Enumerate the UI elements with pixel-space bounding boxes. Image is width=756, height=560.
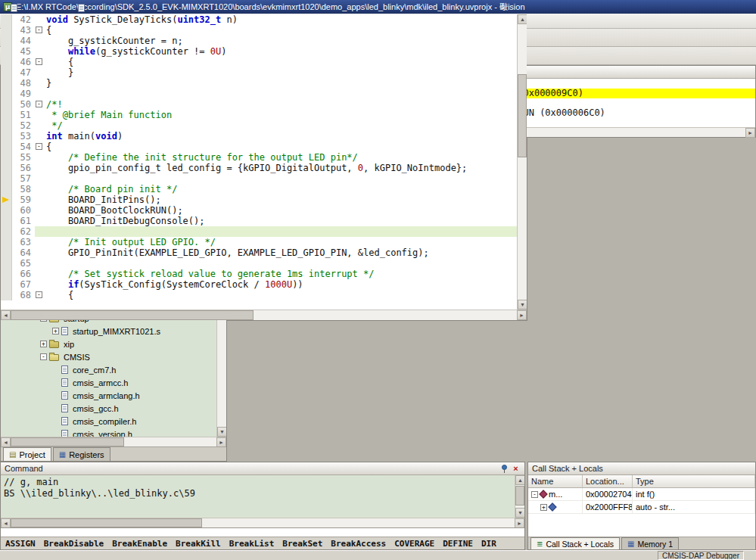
scroll-thumb[interactable] xyxy=(11,518,202,527)
code-line-45[interactable]: 45 while(g_systickCounter != 0U) xyxy=(1,46,517,57)
code-line-43[interactable]: 43-{ xyxy=(1,25,517,36)
editor-vscrollbar[interactable]: ▲ ▼ xyxy=(517,14,527,310)
command-hint-define[interactable]: DEFINE xyxy=(443,539,473,549)
code-text[interactable]: if(SysTick_Config(SystemCoreClock / 1000… xyxy=(44,279,517,290)
editor-hscrollbar[interactable]: ◄ ► xyxy=(1,310,527,320)
breakpoint-margin[interactable] xyxy=(1,237,12,247)
tab-memory-1[interactable]: ▦Memory 1 xyxy=(621,537,679,549)
scroll-thumb[interactable] xyxy=(515,486,524,506)
code-text[interactable]: /* Set systick reload value to generate … xyxy=(44,269,517,279)
expand-icon[interactable]: + xyxy=(52,328,59,334)
code-line-57[interactable]: 57 xyxy=(1,173,517,184)
tree-item-core-cm7-h[interactable]: core_cm7.h xyxy=(1,363,216,376)
code-line-67[interactable]: 67 if(SysTick_Config(SystemCoreClock / 1… xyxy=(1,279,517,290)
breakpoint-margin[interactable] xyxy=(1,110,12,120)
close-panel-button[interactable]: × xyxy=(511,464,521,474)
code-text[interactable]: void SysTick_DelayTicks(uint32_t n) xyxy=(44,14,517,25)
code-editor[interactable]: 42void SysTick_DelayTicks(uint32_t n)43-… xyxy=(1,14,517,320)
fold-collapse-icon[interactable]: - xyxy=(36,291,42,298)
code-line-58[interactable]: 58 /* Board pin init */ xyxy=(1,184,517,194)
code-text[interactable]: } xyxy=(44,67,517,78)
breakpoint-margin[interactable] xyxy=(1,67,12,78)
code-text[interactable]: while(g_systickCounter != 0U) xyxy=(44,46,517,57)
breakpoint-margin[interactable] xyxy=(1,173,12,184)
fold-collapse-icon[interactable]: - xyxy=(36,101,42,107)
breakpoint-margin[interactable] xyxy=(1,89,12,99)
code-line-68[interactable]: 68- { xyxy=(1,290,517,300)
code-line-62[interactable]: 62 xyxy=(1,226,517,237)
breakpoint-margin[interactable] xyxy=(1,57,12,67)
project-tree-hscrollbar[interactable]: ◄ ► xyxy=(1,437,226,446)
breakpoint-margin[interactable] xyxy=(1,142,12,152)
fold-margin[interactable] xyxy=(35,237,44,247)
command-hint-breakdisable[interactable]: BreakDisable xyxy=(44,539,104,549)
tree-item-cmsis-compiler-h[interactable]: cmsis_compiler.h xyxy=(1,415,216,428)
fold-margin[interactable] xyxy=(35,226,44,237)
code-text[interactable]: */ xyxy=(44,120,517,131)
code-line-59[interactable]: 59 BOARD_InitPins(); xyxy=(1,194,517,205)
fold-margin[interactable] xyxy=(35,247,44,258)
breakpoint-margin[interactable] xyxy=(1,184,12,194)
fold-margin[interactable] xyxy=(35,67,44,78)
code-line-42[interactable]: 42void SysTick_DelayTicks(uint32_t n) xyxy=(1,14,517,25)
callstack-row-0[interactable]: -m...0x00002704int f() xyxy=(528,488,755,501)
code-text[interactable]: /* Init output LED GPIO. */ xyxy=(44,237,517,247)
scroll-up-arrow[interactable]: ▲ xyxy=(518,14,527,24)
scroll-down-arrow[interactable]: ▼ xyxy=(518,300,527,310)
breakpoint-margin[interactable] xyxy=(1,258,12,269)
scroll-right-arrow[interactable]: ► xyxy=(517,310,527,320)
tree-item-cmsis-armcc-h[interactable]: cmsis_armcc.h xyxy=(1,376,216,389)
code-text[interactable]: * @brief Main function xyxy=(44,110,517,120)
breakpoint-margin[interactable] xyxy=(1,163,12,173)
code-text[interactable] xyxy=(44,89,517,99)
tree-item-cmsis-armclang-h[interactable]: cmsis_armclang.h xyxy=(1,389,216,402)
command-hint-coverage[interactable]: COVERAGE xyxy=(394,539,434,549)
code-text[interactable]: } xyxy=(44,78,517,89)
code-line-64[interactable]: 64 GPIO_PinInit(EXAMPLE_LED_GPIO, EXAMPL… xyxy=(1,247,517,258)
command-hint-dir[interactable]: DIR xyxy=(481,539,496,549)
column-location[interactable]: Location... xyxy=(583,475,633,487)
fold-margin[interactable] xyxy=(35,184,44,194)
code-text[interactable]: int main(void) xyxy=(44,131,517,142)
command-hint-assign[interactable]: ASSIGN xyxy=(5,539,36,549)
fold-margin[interactable] xyxy=(35,36,44,46)
expand-icon[interactable]: + xyxy=(40,341,47,347)
tree-item-xip[interactable]: +xip xyxy=(1,338,216,350)
code-text[interactable]: /* Define the init structure for the out… xyxy=(44,152,517,163)
fold-margin[interactable] xyxy=(35,14,44,25)
fold-margin[interactable] xyxy=(35,152,44,163)
fold-margin[interactable] xyxy=(35,205,44,216)
code-line-50[interactable]: 50-/*! xyxy=(1,99,517,110)
column-type[interactable]: Type xyxy=(633,475,755,487)
fold-margin[interactable] xyxy=(35,46,44,57)
fold-margin[interactable]: - xyxy=(35,142,44,152)
code-line-66[interactable]: 66 /* Set systick reload value to genera… xyxy=(1,269,517,279)
code-line-60[interactable]: 60 BOARD_BootClockRUN(); xyxy=(1,205,517,216)
breakpoint-margin[interactable] xyxy=(1,226,12,237)
breakpoint-margin[interactable] xyxy=(1,36,12,46)
column-name[interactable]: Name xyxy=(528,475,583,487)
breakpoint-margin[interactable] xyxy=(1,279,12,290)
code-line-52[interactable]: 52 */ xyxy=(1,120,517,131)
command-hint-breakaccess[interactable]: BreakAccess xyxy=(331,539,386,549)
fold-margin[interactable] xyxy=(35,163,44,173)
fold-margin[interactable] xyxy=(35,120,44,131)
command-hint-breakset[interactable]: BreakSet xyxy=(282,539,322,549)
breakpoint-margin[interactable] xyxy=(1,216,12,226)
breakpoint-margin[interactable] xyxy=(1,290,12,300)
breakpoint-margin[interactable] xyxy=(1,131,12,142)
fold-margin[interactable]: - xyxy=(35,57,44,67)
fold-margin[interactable] xyxy=(35,194,44,205)
code-text[interactable]: /* Board pin init */ xyxy=(44,184,517,194)
callstack-row-1[interactable]: +0x2000FFF8auto - str... xyxy=(528,501,755,514)
code-text[interactable]: { xyxy=(44,25,517,36)
breakpoint-margin[interactable] xyxy=(1,152,12,163)
code-text[interactable]: { xyxy=(44,57,517,67)
code-text[interactable]: { xyxy=(44,290,517,300)
fold-margin[interactable] xyxy=(35,258,44,269)
command-input[interactable] xyxy=(1,527,524,537)
fold-margin[interactable] xyxy=(35,173,44,184)
code-text[interactable]: { xyxy=(44,142,517,152)
fold-margin[interactable] xyxy=(35,110,44,120)
breakpoint-margin[interactable] xyxy=(1,269,12,279)
